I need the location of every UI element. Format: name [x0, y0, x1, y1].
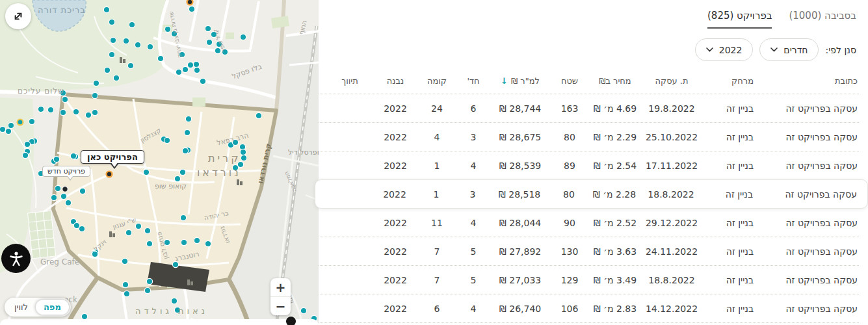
deal-dot[interactable]: [171, 31, 177, 36]
deal-dot[interactable]: [92, 109, 98, 115]
deal-dot[interactable]: [47, 107, 53, 112]
deal-dot[interactable]: [176, 69, 181, 75]
table-row[interactable]: עסקה בפרויקט זהבניין זה18.8.20223.49 מ׳ …: [319, 265, 859, 294]
rooms-filter-dropdown[interactable]: חדרים: [759, 38, 819, 61]
deal-dot[interactable]: [73, 109, 79, 114]
table-row[interactable]: עסקה בפרויקט זהבניין זה25.10.20222.29 מ׳…: [319, 122, 859, 151]
deal-dot[interactable]: [193, 61, 199, 67]
deal-dot[interactable]: [206, 39, 212, 45]
deal-dot[interactable]: [200, 78, 205, 84]
deal-dot[interactable]: [93, 80, 99, 86]
deal-dot[interactable]: [123, 38, 129, 44]
table-row[interactable]: עסקה בפרויקט זהבניין זה17.11.20222.54 מ׳…: [319, 151, 859, 179]
deal-dot[interactable]: [174, 176, 180, 181]
project-marker[interactable]: [107, 172, 112, 177]
deal-dot[interactable]: [146, 278, 152, 284]
deal-dot[interactable]: [22, 152, 28, 158]
deal-dot[interactable]: [0, 126, 6, 132]
deal-dot[interactable]: [122, 258, 127, 264]
deal-dot[interactable]: [92, 251, 98, 257]
project-marker[interactable]: [187, 0, 193, 5]
table-row[interactable]: עסקה בפרויקט זהבניין זה18.8.20222.28 מ׳ …: [315, 179, 868, 209]
deal-dot[interactable]: [62, 96, 68, 102]
deal-dot[interactable]: [127, 62, 133, 68]
deal-dot[interactable]: [164, 239, 170, 245]
deal-dot[interactable]: [164, 137, 170, 143]
deal-dot[interactable]: [103, 6, 109, 12]
column-header-address[interactable]: כתובת: [755, 76, 859, 86]
deal-dot[interactable]: [60, 193, 66, 199]
column-header-area[interactable]: שטח: [551, 76, 588, 86]
map-layer-button[interactable]: מפה: [36, 300, 69, 315]
deal-dot[interactable]: [109, 51, 114, 57]
deal-dot[interactable]: [38, 106, 44, 112]
deal-dot[interactable]: [60, 90, 66, 96]
column-header-built[interactable]: נבנה: [374, 76, 417, 86]
deal-dot[interactable]: [222, 49, 228, 55]
column-header-distance[interactable]: מרחק: [702, 76, 755, 86]
deal-dot[interactable]: [24, 141, 30, 147]
column-header-date[interactable]: ת. עסקה: [642, 76, 702, 86]
column-header-brokerage[interactable]: תיווך: [326, 76, 374, 86]
deal-dot[interactable]: [144, 287, 150, 293]
deal-dot[interactable]: [92, 92, 98, 98]
deal-dot[interactable]: [135, 223, 141, 229]
column-header-rooms[interactable]: חד': [457, 76, 490, 86]
deal-dot[interactable]: [240, 149, 246, 155]
deal-dot[interactable]: [79, 188, 85, 194]
deal-dot[interactable]: [180, 214, 186, 220]
deal-dot[interactable]: [5, 128, 11, 134]
deal-dot[interactable]: [256, 112, 261, 118]
satellite-layer-button[interactable]: לווין: [7, 300, 36, 315]
deal-dot[interactable]: [60, 109, 66, 115]
accessibility-button[interactable]: [1, 244, 31, 273]
deal-dot[interactable]: [194, 237, 200, 243]
deal-dot[interactable]: [194, 67, 200, 73]
deal-dot[interactable]: [171, 298, 177, 304]
tab-nearby[interactable]: בסביבה (1000): [789, 10, 856, 29]
map-panel[interactable]: בריכת דורהשלום עליכםשדרות בן צבי יצחקקרל…: [0, 0, 319, 325]
deal-dot[interactable]: [146, 240, 152, 246]
deal-dot[interactable]: [241, 155, 246, 161]
deal-dot[interactable]: [232, 164, 238, 170]
deal-dot[interactable]: [104, 67, 110, 73]
deal-dot[interactable]: [113, 75, 119, 81]
deal-dot[interactable]: [172, 261, 178, 267]
zoom-out-button[interactable]: −: [270, 297, 291, 315]
table-row[interactable]: עסקה בפרויקט זהבניין זה19.8.20224.69 מ׳ …: [319, 94, 859, 122]
deal-dot[interactable]: [182, 66, 188, 72]
deal-dot[interactable]: [211, 31, 217, 37]
deal-dot[interactable]: [124, 291, 129, 296]
expand-map-button[interactable]: [5, 3, 31, 29]
deal-dot[interactable]: [79, 226, 85, 231]
table-row[interactable]: עסקה בפרויקט זהבניין זה24.11.20223.63 מ׳…: [319, 237, 859, 265]
deal-dot[interactable]: [232, 139, 238, 145]
new-project-tooltip[interactable]: פרויקט חדש: [42, 166, 90, 177]
deal-dot[interactable]: [157, 55, 163, 61]
deal-dot[interactable]: [179, 169, 185, 175]
deal-dot[interactable]: [70, 153, 76, 159]
deal-dot[interactable]: [53, 156, 59, 162]
tab-in-project[interactable]: בפרויקט (825): [707, 10, 772, 29]
deal-dot[interactable]: [125, 229, 131, 235]
column-header-price[interactable]: מחיר ב₪: [588, 76, 642, 86]
deal-dot[interactable]: [174, 307, 180, 313]
year-filter-dropdown[interactable]: 2022: [695, 38, 754, 61]
project-tooltip[interactable]: הפרויקט כאן: [81, 150, 144, 164]
deal-dot[interactable]: [205, 240, 211, 246]
table-row[interactable]: עסקה בפרויקט זהבניין זה29.12.20222.52 מ׳…: [319, 209, 859, 237]
deal-dot[interactable]: [164, 26, 170, 32]
zoom-in-button[interactable]: +: [270, 278, 291, 297]
teal-ring-marker[interactable]: [18, 120, 23, 125]
deal-dot[interactable]: [29, 118, 34, 124]
black-marker[interactable]: [62, 187, 68, 192]
deal-dot[interactable]: [144, 228, 150, 233]
deal-dot[interactable]: [8, 122, 14, 128]
deal-dot[interactable]: [181, 239, 187, 245]
deal-dot[interactable]: [179, 51, 185, 57]
deal-dot[interactable]: [51, 194, 57, 200]
deal-dot[interactable]: [85, 112, 91, 118]
deal-dot[interactable]: [129, 21, 135, 27]
deal-dot[interactable]: [216, 41, 222, 47]
deal-dot[interactable]: [300, 307, 306, 313]
